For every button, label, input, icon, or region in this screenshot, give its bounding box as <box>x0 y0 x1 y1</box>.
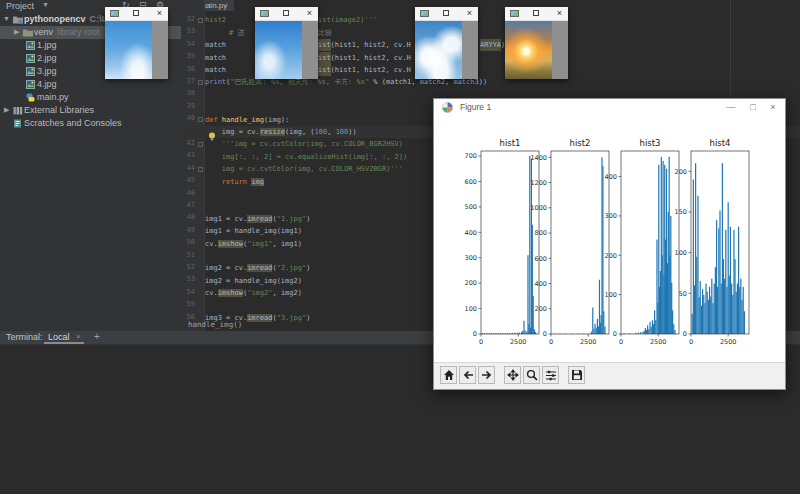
terminal-tab-close-icon[interactable]: × <box>76 332 81 341</box>
code-fragment: match <box>205 52 226 64</box>
cv-image-sky-b <box>255 21 302 79</box>
image-icon <box>26 54 36 63</box>
svg-text:0: 0 <box>613 330 617 338</box>
close-icon[interactable]: × <box>157 7 162 20</box>
opencv-window-4[interactable]: × <box>505 7 568 79</box>
svg-text:200: 200 <box>605 252 617 260</box>
back-tool-button[interactable] <box>459 366 476 384</box>
opencv-window-1[interactable]: × <box>105 7 168 79</box>
matplotlib-logo-icon <box>442 102 453 113</box>
svg-text:400: 400 <box>605 173 617 181</box>
code-fragment: match <box>205 64 226 76</box>
svg-text:0: 0 <box>549 338 553 346</box>
terminal-tab-local[interactable]: Local <box>48 332 70 342</box>
code-token: 100 <box>336 128 349 136</box>
app-icon <box>510 10 519 17</box>
code-token: ) <box>306 215 310 223</box>
cv-window-titlebar[interactable]: × <box>415 7 478 21</box>
app-icon <box>110 10 119 17</box>
python-icon <box>26 93 36 102</box>
ide-screen: Project ▼ ↻ ⊟ ⚙ ▼pythonopencvC:\Users\▶v… <box>0 0 800 494</box>
editor-breadcrumb[interactable]: handle_img() <box>188 320 242 329</box>
figure-title: Figure 1 <box>460 102 491 112</box>
tree-item-4-jpg[interactable]: 4.jpg <box>0 78 181 91</box>
cv-window-titlebar[interactable]: × <box>255 7 318 21</box>
maximize-icon[interactable] <box>283 10 289 16</box>
forward-tool-button[interactable] <box>478 366 495 384</box>
svg-text:hist2: hist2 <box>570 138 591 148</box>
code-fragment: (hist1, hist2, cv.H <box>331 64 411 76</box>
new-terminal-tab-icon[interactable]: + <box>94 331 100 342</box>
minimize-button[interactable]: — <box>721 99 741 115</box>
svg-text:1000: 1000 <box>530 204 547 212</box>
close-icon[interactable]: × <box>467 7 472 20</box>
code-token: img[:, :, 2] = cv.equalizeHist(img[:, :,… <box>222 153 407 161</box>
close-icon[interactable]: × <box>307 7 312 20</box>
cv-window-titlebar[interactable]: × <box>105 7 168 21</box>
code-token: '''img = cv.cvtColor(img, cv.COLOR_BGR2H… <box>222 140 403 148</box>
code-fragment: ist(image2)''' <box>318 14 377 26</box>
code-token: imshow <box>218 240 243 248</box>
maximize-icon[interactable] <box>443 10 449 16</box>
code-token: resize <box>260 128 285 136</box>
maximize-icon[interactable] <box>133 10 139 16</box>
image-icon <box>26 67 36 76</box>
code-token: (img, ( <box>285 128 315 136</box>
figure-window[interactable]: Figure 1 — □ × hist101002003004005006007… <box>433 98 786 390</box>
code-token: img = cv.cvtColor(img, cv.COLOR_HSV2BGR)… <box>222 165 403 173</box>
scratch-icon <box>13 119 23 128</box>
subplots-tool-button[interactable] <box>542 366 559 384</box>
home-tool-button[interactable] <box>440 366 457 384</box>
cv-window-padding <box>152 21 168 79</box>
tree-item-label: main.py <box>37 92 69 102</box>
code-token: imread <box>247 215 272 223</box>
code-token: imread <box>247 314 272 322</box>
svg-text:600: 600 <box>465 178 477 186</box>
code-token: "2.jpg" <box>277 264 307 272</box>
code-token: (img): <box>264 116 289 124</box>
chevron-down-icon[interactable]: ▼ <box>42 1 49 8</box>
svg-text:100: 100 <box>675 249 687 257</box>
tree-item-label: 2.jpg <box>37 53 57 63</box>
code-token: img1 = cv. <box>205 215 247 223</box>
tree-collapsed-arrow-icon[interactable]: ▶ <box>14 28 19 36</box>
tree-collapsed-arrow-icon[interactable]: ▶ <box>4 106 9 114</box>
code-token: cv. <box>205 289 218 297</box>
svg-text:0: 0 <box>619 338 623 346</box>
image-icon <box>26 41 36 50</box>
tree-item-scratches-and-consoles[interactable]: Scratches and Consoles <box>0 117 181 130</box>
maximize-button[interactable]: □ <box>743 99 763 115</box>
opencv-window-2[interactable]: × <box>255 7 318 79</box>
cv-image-sky-c <box>415 21 462 79</box>
pan-tool-button[interactable] <box>504 366 521 384</box>
code-fragment: hist2 <box>205 14 226 26</box>
cv-window-titlebar[interactable]: × <box>505 7 568 21</box>
code-token: "巴氏距离: %s, 相关性: %s, 卡方: %s" <box>230 78 369 86</box>
tree-item-label: External Libraries <box>24 105 94 115</box>
code-fragment: (hist1, hist2, cv.H <box>331 39 411 51</box>
close-icon[interactable]: × <box>557 7 562 20</box>
maximize-icon[interactable] <box>533 10 539 16</box>
svg-text:800: 800 <box>535 229 547 237</box>
lib-icon <box>13 106 23 115</box>
cv-image-sky-a <box>105 21 152 79</box>
terminal-tab-underline <box>44 342 84 344</box>
save-tool-button[interactable] <box>568 366 585 384</box>
close-button[interactable]: × <box>763 99 783 115</box>
tree-item-external-libraries[interactable]: ▶External Libraries <box>0 104 181 117</box>
tree-item-label: Scratches and Consoles <box>24 118 122 128</box>
svg-text:2500: 2500 <box>510 338 527 346</box>
project-panel-title: Project <box>6 1 34 11</box>
tree-expanded-arrow-icon[interactable]: ▼ <box>3 15 10 22</box>
tree-item-suffix: library root <box>53 27 100 37</box>
tree-item-main-py[interactable]: main.py <box>0 91 181 104</box>
opencv-window-3[interactable]: × <box>415 7 478 79</box>
zoom-tool-button[interactable] <box>523 366 540 384</box>
figure-titlebar[interactable]: Figure 1 — □ × <box>434 99 785 116</box>
code-token: ) <box>306 264 310 272</box>
svg-text:300: 300 <box>605 212 617 220</box>
cv-window-client <box>255 21 318 79</box>
figure-toolbar <box>434 362 785 389</box>
code-fragment: (hist1, hist2, cv.H <box>331 52 411 64</box>
svg-text:200: 200 <box>465 279 477 287</box>
